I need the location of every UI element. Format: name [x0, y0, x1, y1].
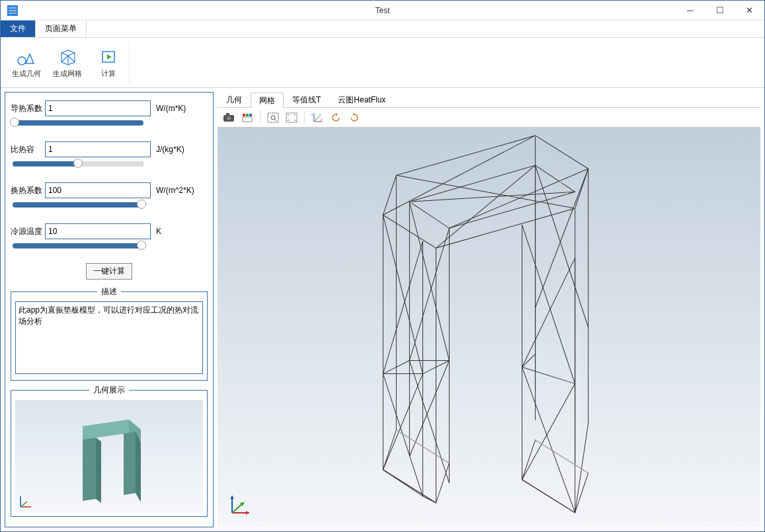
minimize-button[interactable]: ─: [675, 1, 705, 20]
main-view: 几何 网格 等值线T 云图HeatFlux zxy: [218, 92, 760, 527]
preview-legend: 几何展示: [89, 385, 129, 396]
geometry-preview-panel: 几何展示: [11, 385, 208, 517]
generate-mesh-button[interactable]: 生成网格: [51, 40, 84, 85]
svg-line-23: [383, 215, 423, 373]
svg-line-39: [522, 354, 536, 367]
svg-line-50: [396, 175, 436, 248]
description-legend: 描述: [97, 286, 121, 297]
cp-unit: J/(kg*K): [156, 145, 184, 154]
svg-rect-10: [246, 114, 249, 116]
maximize-button[interactable]: ☐: [705, 1, 735, 20]
one-click-compute-button[interactable]: 一键计算: [86, 263, 132, 280]
svg-line-5: [20, 502, 27, 507]
svg-rect-8: [226, 113, 229, 115]
svg-line-28: [409, 228, 449, 360]
rotate-cw-icon[interactable]: [346, 110, 363, 126]
svg-point-1: [18, 57, 26, 65]
camera-icon[interactable]: [220, 110, 237, 126]
mesh-icon: [57, 46, 78, 67]
tab-mesh[interactable]: 网格: [251, 93, 284, 108]
play-icon: [98, 46, 119, 67]
compute-button[interactable]: 计算: [92, 40, 125, 85]
svg-line-26: [383, 374, 423, 470]
h-slider[interactable]: [13, 202, 143, 208]
preview-axis-gizmo: [18, 494, 34, 510]
svg-rect-11: [249, 114, 252, 116]
h-label: 换热系数: [11, 185, 45, 196]
axis-gizmo: [227, 492, 253, 518]
h-unit: W/(m^2*K): [156, 186, 194, 195]
view-toolbar: zxy: [218, 108, 760, 128]
svg-line-36: [522, 384, 575, 480]
svg-text:x: x: [321, 118, 323, 122]
cp-label: 比热容: [11, 144, 45, 155]
geometry-icon: [16, 46, 37, 67]
description-text[interactable]: [15, 301, 203, 374]
tab-cloud-heatflux[interactable]: 云图HeatFlux: [329, 92, 394, 107]
k-slider[interactable]: [13, 120, 143, 126]
svg-line-41: [383, 135, 535, 215]
tab-isoline-t[interactable]: 等值线T: [284, 92, 329, 107]
description-panel: 描述: [11, 286, 208, 381]
svg-line-34: [522, 258, 575, 367]
menu-bar: 文件 页面菜单: [1, 20, 764, 38]
svg-line-49: [536, 440, 588, 473]
cp-input[interactable]: [45, 141, 151, 157]
tab-geometry[interactable]: 几何: [218, 92, 251, 107]
svg-line-40: [396, 175, 575, 208]
parameter-panel: 导热系数 W/(m*K) 比热容 J/(kg*K) 换热系数 W/(m^2*K)…: [5, 92, 214, 527]
ribbon: 生成几何 生成网格 计算: [1, 38, 764, 88]
svg-rect-9: [243, 114, 245, 116]
cp-slider[interactable]: [13, 161, 143, 167]
svg-line-15: [274, 119, 276, 121]
title-bar: Test ─ ☐ ✕: [1, 1, 764, 20]
svg-line-33: [522, 225, 575, 383]
layers-icon[interactable]: [239, 110, 256, 126]
k-input[interactable]: [45, 100, 151, 116]
app-icon: [3, 1, 22, 20]
axes-xyz-icon[interactable]: zxy: [309, 110, 326, 126]
svg-text:y: y: [319, 112, 321, 116]
svg-line-19: [314, 116, 319, 122]
svg-point-7: [227, 116, 231, 120]
rotate-ccw-icon[interactable]: [327, 110, 344, 126]
tc-slider[interactable]: [13, 243, 143, 248]
svg-line-27: [409, 202, 449, 360]
k-label: 导热系数: [11, 103, 45, 114]
tc-unit: K: [156, 227, 161, 236]
menu-file[interactable]: 文件: [1, 20, 36, 37]
svg-line-35: [522, 367, 575, 513]
svg-rect-12: [243, 117, 252, 122]
tc-input[interactable]: [45, 223, 151, 239]
window-title: Test: [375, 6, 389, 15]
svg-rect-13: [268, 113, 278, 122]
svg-line-43: [436, 165, 535, 248]
svg-text:z: z: [311, 112, 313, 116]
h-input[interactable]: [45, 182, 151, 198]
zoom-window-icon[interactable]: [264, 110, 282, 126]
close-button[interactable]: ✕: [735, 1, 764, 20]
tc-label: 冷源温度: [11, 226, 45, 237]
generate-geometry-button[interactable]: 生成几何: [10, 40, 43, 85]
geometry-preview-canvas[interactable]: [15, 400, 203, 512]
svg-line-29: [409, 361, 449, 483]
k-unit: W/(m*K): [156, 104, 186, 113]
menu-page[interactable]: 页面菜单: [36, 20, 87, 37]
fit-all-icon[interactable]: [283, 110, 300, 126]
3d-canvas[interactable]: [218, 128, 760, 527]
svg-line-25: [383, 374, 423, 496]
svg-line-47: [522, 367, 575, 384]
svg-line-24: [383, 241, 423, 373]
view-tabs: 几何 网格 等值线T 云图HeatFlux: [218, 92, 760, 108]
